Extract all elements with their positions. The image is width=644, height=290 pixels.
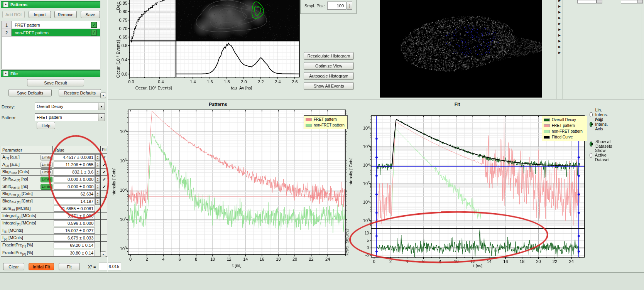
param-name: I[1][MCnts] [1,228,41,233]
hist-button-recalculate-histogram[interactable]: Recalculate Histogram [304,52,354,60]
value-stepper[interactable]: ▲▼ [95,198,100,205]
param-row: A[1][a.u.]Limits4.4517 ± 0.0081▲▼✓ [1,154,108,161]
radio-show-all-datasets[interactable]: Show all Datasets [590,139,614,148]
pattern-list[interactable]: 1FRET pattern✓2non-FRET pattern✓ [2,21,100,69]
radio-show-active-dataset[interactable]: Show Active Dataset [590,148,612,162]
param-name: I[2][MCnts] [1,235,41,241]
chevron-right-icon[interactable]: ▶ [557,39,562,45]
sample-points-input[interactable] [327,2,347,10]
restore-defaults-button[interactable]: Restore Defaults [59,89,101,96]
chevron-right-icon[interactable]: ▶ [557,5,562,10]
pattern-list-item[interactable]: 1FRET pattern✓ [2,21,100,29]
pattern-list-item[interactable]: 2non-FRET pattern✓ [2,29,100,37]
param-value: 0.000 ± 0.000 [54,184,95,190]
save-result-button[interactable]: Save Result [27,79,84,86]
value-stepper[interactable]: ▲▼ [95,169,100,175]
value-stepper[interactable]: ▲▼ [95,162,100,168]
value-stepper[interactable]: ▲▼ [95,176,100,183]
chevron-right-icon[interactable]: ▶ [557,28,562,34]
limits-button[interactable]: Limits [41,155,52,160]
cutoff-input[interactable] [577,0,597,3]
param-row: A[2][a.u.]Limits11.206 ± 0.055▲▼✓ [1,161,108,169]
chevron-right-icon[interactable]: ▶ [557,45,562,51]
param-name: Integral[2][MCnts] [1,221,41,226]
remove-button[interactable]: Remove [54,11,77,18]
pattern-dropdown[interactable]: FRET pattern ▼ [35,113,105,121]
parameter-table[interactable]: ParameterValueFitA[1][a.u.]Limits4.4517 … [1,146,108,257]
clear-button[interactable]: Clear [3,263,24,270]
import-button[interactable]: Import [29,11,51,18]
panel-divider [107,0,108,272]
scroll-down-button[interactable]: ▼ [100,251,106,257]
chevron-right-icon[interactable]: ▶ [557,10,562,16]
add-roi-button[interactable]: Add ROI [2,11,25,18]
fit-button[interactable]: Fit [59,263,80,270]
cutoff-input[interactable] [621,0,638,3]
legend-item: Overall Decay [544,117,585,123]
pattern-checkbox[interactable]: ✓ [91,30,97,35]
param-row: FracIntPrc[2][%]30.80 ± 0.14 [1,249,108,256]
cell-image[interactable] [380,0,542,98]
legend-item: non-FRET pattern [544,128,585,134]
expander-arrow-strip[interactable]: ▶▶▶▶▶▶▶▶▶▶ [557,0,562,57]
param-value: 3.371 ± 0.000 [54,213,95,219]
limits-button[interactable]: Limits [41,169,52,175]
radio-circle-icon[interactable] [590,153,592,158]
legend-label: FRET pattern [314,117,337,121]
radio-circle-icon[interactable] [590,142,593,147]
chevron-down-icon[interactable]: ▼ [98,114,105,121]
sample-points-stepper[interactable]: ▲▼ [347,2,352,10]
value-stepper[interactable]: ▲▼ [95,154,100,161]
patterns-panel-title: Patterns [10,2,27,7]
limits-button[interactable]: Limits [41,177,52,182]
hist-button-optimize-view[interactable]: Optimize View [304,62,354,70]
divider [563,0,563,99]
limits-button[interactable]: Limits [41,184,52,190]
param-name: A[1][a.u.] [1,155,41,160]
save-button[interactable]: Save [81,11,100,18]
radio-log-intens-axis[interactable]: Log. Intens. Axis [590,117,610,131]
param-value: 11.206 ± 0.055 [54,162,95,168]
param-row: I[1][MCnts]15.007 ± 0.027 [1,227,108,234]
pattern-checkbox[interactable]: ✓ [91,22,97,28]
scroll-down-button[interactable]: ▼ [100,93,106,98]
cutoff-button[interactable] [638,0,643,3]
help-button[interactable]: Help [37,122,55,129]
chevron-right-icon[interactable]: ▶ [557,22,562,28]
param-row: I[2][MCnts]6.679 ± 0.033 [1,234,108,242]
collapse-icon[interactable]: ▲ [3,2,8,7]
chevron-right-icon[interactable]: ▶ [557,51,562,57]
param-row: Integral[1][MCnts]3.371 ± 0.000 [1,212,108,220]
file-panel-header[interactable]: ▲ File [1,70,100,77]
legend-swatch-icon [306,124,312,127]
tau-histogram-browser-canvas[interactable] [114,0,305,93]
radio-circle-icon[interactable] [590,122,592,127]
decay-dropdown[interactable]: Overall Decay ▼ [35,103,105,110]
hist-button-autoscale-histogram[interactable]: Autoscale Histogram [304,72,354,80]
initial-fit-button[interactable]: Initial Fit [29,263,54,270]
chevron-right-icon[interactable]: ▶ [557,16,562,22]
param-name: A[2][a.u.] [1,162,41,167]
pattern-dropdown-value: FRET pattern [37,115,62,120]
application-window: ▲ Patterns Add ROI Import Remove Save 1F… [0,0,644,290]
limits-button[interactable]: Limits [41,162,52,168]
sample-points-label: Smpl. Pts.: [304,3,325,8]
value-stepper[interactable]: ▲▼ [95,191,100,197]
chevron-right-icon[interactable]: ▶ [557,0,562,5]
param-value: 6.679 ± 0.033 [54,235,95,241]
chevron-down-icon[interactable]: ▼ [98,103,105,110]
collapse-icon[interactable]: ▲ [3,71,8,76]
patterns-panel-header[interactable]: ▲ Patterns [1,1,100,8]
chevron-right-icon[interactable]: ▶ [557,34,562,39]
pattern-row-label: FRET pattern [15,23,40,27]
decay-label: Decay: [2,105,15,109]
cutoff-button[interactable] [597,0,602,3]
param-name: BkgrDec[Cnts] [1,169,41,175]
pattern-row-label: non-FRET pattern [15,30,49,35]
header-value: Value [52,146,96,153]
hist-button-show-all-events[interactable]: Show All Events [304,82,354,90]
save-defaults-button[interactable]: Save Defaults [8,89,52,96]
radio-circle-icon[interactable] [590,112,593,117]
value-stepper[interactable]: ▲▼ [95,184,100,190]
param-table-header: ParameterValueFit [1,146,108,154]
